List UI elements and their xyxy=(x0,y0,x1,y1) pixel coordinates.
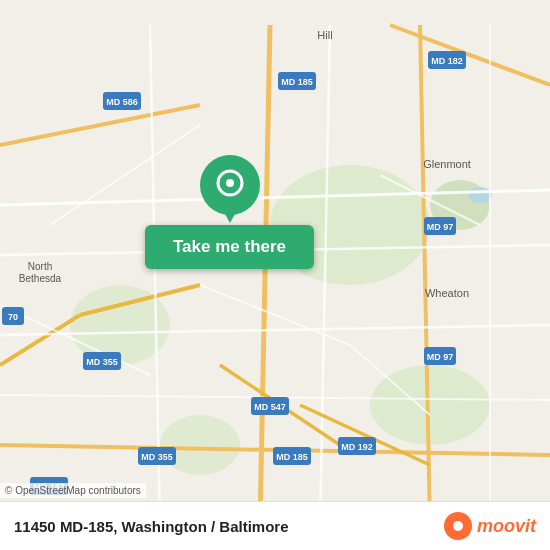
svg-text:MD 185: MD 185 xyxy=(281,77,313,87)
address-text: 11450 MD-185, Washington / Baltimore xyxy=(14,518,289,535)
svg-text:Bethesda: Bethesda xyxy=(19,273,62,284)
moovit-text: moovit xyxy=(477,516,536,537)
map-svg: MD 182 MD 586 MD 185 MD 97 MD 97 MD 355 … xyxy=(0,0,550,550)
svg-text:Hill: Hill xyxy=(317,29,332,41)
bottom-bar: 11450 MD-185, Washington / Baltimore moo… xyxy=(0,501,550,550)
map-container: MD 182 MD 586 MD 185 MD 97 MD 97 MD 355 … xyxy=(0,0,550,550)
location-pin xyxy=(195,155,265,225)
svg-text:Glenmont: Glenmont xyxy=(423,158,471,170)
svg-text:MD 97: MD 97 xyxy=(427,222,454,232)
svg-text:MD 192: MD 192 xyxy=(341,442,373,452)
svg-text:MD 547: MD 547 xyxy=(254,402,286,412)
button-overlay: Take me there xyxy=(145,155,314,269)
moovit-logo: moovit xyxy=(444,512,536,540)
svg-text:MD 182: MD 182 xyxy=(431,56,463,66)
svg-text:MD 355: MD 355 xyxy=(141,452,173,462)
svg-text:MD 185: MD 185 xyxy=(276,452,308,462)
svg-point-4 xyxy=(160,415,240,475)
svg-point-6 xyxy=(468,187,492,203)
svg-text:MD 586: MD 586 xyxy=(106,97,138,107)
take-me-there-button[interactable]: Take me there xyxy=(145,225,314,269)
svg-text:Wheaton: Wheaton xyxy=(425,287,469,299)
svg-text:MD 97: MD 97 xyxy=(427,352,454,362)
svg-text:70: 70 xyxy=(8,312,18,322)
osm-attribution: © OpenStreetMap contributors xyxy=(0,483,146,498)
svg-text:MD 355: MD 355 xyxy=(86,357,118,367)
svg-text:North: North xyxy=(28,261,52,272)
svg-point-60 xyxy=(226,179,234,187)
moovit-icon xyxy=(444,512,472,540)
